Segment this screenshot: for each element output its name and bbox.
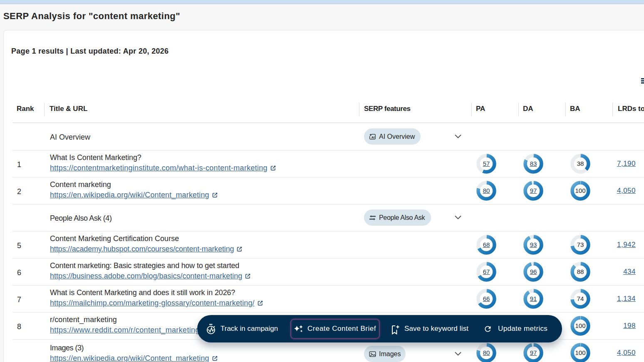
svg-text:AI: AI (372, 135, 375, 139)
